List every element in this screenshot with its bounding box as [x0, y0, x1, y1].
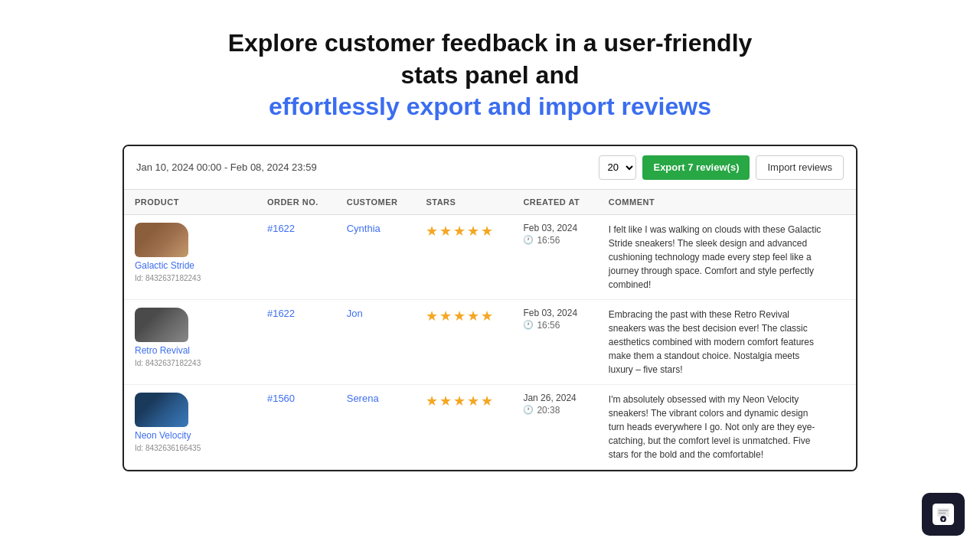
- star-filled: ★: [481, 223, 493, 240]
- product-id: Id: 8432636166435: [135, 444, 201, 452]
- time-value: 20:38: [537, 405, 560, 416]
- per-page-select[interactable]: 20 10 50: [599, 155, 636, 180]
- created-time: 🕐 16:56: [523, 235, 586, 246]
- product-name: Retro Revival: [135, 345, 190, 356]
- star-filled: ★: [439, 393, 452, 409]
- order-cell-0[interactable]: #1622: [256, 214, 336, 299]
- col-order: ORDER NO.: [256, 190, 336, 215]
- table-row: Retro Revival Id: 8432637182243 #1622Jon…: [124, 299, 856, 384]
- created-time: 🕐 16:56: [523, 320, 586, 331]
- col-comment: COMMENT: [598, 190, 856, 215]
- comment-text: I'm absolutely obsessed with my Neon Vel…: [609, 393, 823, 461]
- table-header-row: PRODUCT ORDER NO. CUSTOMER STARS CREATED…: [124, 190, 856, 215]
- badge-icon: ▼: [933, 504, 954, 525]
- created-date: Feb 03, 2024: [523, 308, 586, 318]
- star-rating: ★★★★★: [426, 223, 501, 240]
- star-filled: ★: [426, 308, 438, 324]
- star-rating: ★★★★★: [426, 308, 501, 324]
- panel-header: Jan 10, 2024 00:00 - Feb 08, 2024 23:59 …: [124, 146, 856, 190]
- customer-link[interactable]: Serena: [347, 393, 379, 404]
- stars-cell-2: ★★★★★: [415, 384, 512, 469]
- stars-cell-1: ★★★★★: [415, 299, 512, 384]
- order-cell-1[interactable]: #1622: [256, 299, 336, 384]
- product-cell-1: Retro Revival Id: 8432637182243: [124, 299, 256, 384]
- export-button[interactable]: Export 7 review(s): [642, 155, 750, 180]
- app-badge: ▼: [922, 493, 965, 536]
- stars-cell-0: ★★★★★: [415, 214, 512, 299]
- product-id: Id: 8432637182243: [135, 274, 201, 282]
- comment-text: Embracing the past with these Retro Revi…: [609, 308, 823, 377]
- col-product: PRODUCT: [124, 190, 256, 215]
- reviews-panel: Jan 10, 2024 00:00 - Feb 08, 2024 23:59 …: [122, 145, 858, 471]
- customer-cell-1[interactable]: Jon: [336, 299, 416, 384]
- created-date: Feb 03, 2024: [523, 223, 586, 233]
- product-id: Id: 8432637182243: [135, 359, 201, 367]
- clock-icon: 🕐: [523, 320, 534, 330]
- order-link[interactable]: #1622: [267, 223, 295, 234]
- comment-text: I felt like I was walking on clouds with…: [609, 223, 823, 292]
- order-cell-2[interactable]: #1560: [256, 384, 336, 469]
- star-filled: ★: [467, 308, 479, 324]
- heading-line1: Explore customer feedback in a user-frie…: [228, 29, 753, 89]
- star-filled: ★: [481, 308, 493, 324]
- order-link[interactable]: #1560: [267, 393, 295, 404]
- reviews-table: PRODUCT ORDER NO. CUSTOMER STARS CREATED…: [124, 190, 856, 470]
- product-cell-0: Galactic Stride Id: 8432637182243: [124, 214, 256, 299]
- customer-link[interactable]: Cynthia: [347, 223, 381, 234]
- product-name: Neon Velocity: [135, 430, 191, 441]
- star-filled: ★: [453, 393, 466, 409]
- created-time: 🕐 20:38: [523, 405, 586, 416]
- col-created: CREATED AT: [512, 190, 597, 215]
- star-filled: ★: [481, 393, 493, 409]
- date-range: Jan 10, 2024 00:00 - Feb 08, 2024 23:59: [136, 161, 317, 173]
- comment-cell-2: I'm absolutely obsessed with my Neon Vel…: [598, 384, 856, 469]
- col-stars: STARS: [415, 190, 512, 215]
- product-name: Galactic Stride: [135, 260, 194, 271]
- star-filled: ★: [426, 223, 438, 240]
- table-row: Neon Velocity Id: 8432636166435 #1560Ser…: [124, 384, 856, 469]
- import-button[interactable]: Import reviews: [756, 155, 844, 180]
- heading-line2: effortlessly export and import reviews: [269, 93, 711, 120]
- col-customer: CUSTOMER: [336, 190, 416, 215]
- star-filled: ★: [467, 393, 479, 409]
- table-row: Galactic Stride Id: 8432637182243 #1622C…: [124, 214, 856, 299]
- customer-cell-0[interactable]: Cynthia: [336, 214, 416, 299]
- order-link[interactable]: #1622: [267, 308, 295, 319]
- heading-section: Explore customer feedback in a user-frie…: [145, 0, 835, 145]
- created-cell-0: Feb 03, 2024 🕐 16:56: [512, 214, 597, 299]
- product-image: [135, 308, 188, 342]
- customer-cell-2[interactable]: Serena: [336, 384, 416, 469]
- clock-icon: 🕐: [523, 405, 534, 415]
- clock-icon: 🕐: [523, 235, 534, 245]
- time-value: 16:56: [537, 235, 560, 246]
- time-value: 16:56: [537, 320, 560, 331]
- created-date: Jan 26, 2024: [523, 393, 586, 403]
- product-cell-2: Neon Velocity Id: 8432636166435: [124, 384, 256, 469]
- customer-link[interactable]: Jon: [347, 308, 363, 319]
- star-filled: ★: [426, 393, 438, 409]
- svg-text:▼: ▼: [941, 517, 946, 522]
- star-filled: ★: [453, 223, 466, 240]
- created-cell-1: Feb 03, 2024 🕐 16:56: [512, 299, 597, 384]
- comment-cell-0: I felt like I was walking on clouds with…: [598, 214, 856, 299]
- star-filled: ★: [439, 223, 452, 240]
- main-heading: Explore customer feedback in a user-frie…: [207, 28, 773, 123]
- product-image: [135, 223, 188, 257]
- star-filled: ★: [439, 308, 452, 324]
- star-rating: ★★★★★: [426, 393, 501, 409]
- created-cell-2: Jan 26, 2024 🕐 20:38: [512, 384, 597, 469]
- star-filled: ★: [453, 308, 466, 324]
- comment-cell-1: Embracing the past with these Retro Revi…: [598, 299, 856, 384]
- star-filled: ★: [467, 223, 479, 240]
- header-controls: 20 10 50 Export 7 review(s) Import revie…: [599, 155, 844, 180]
- product-image: [135, 393, 188, 427]
